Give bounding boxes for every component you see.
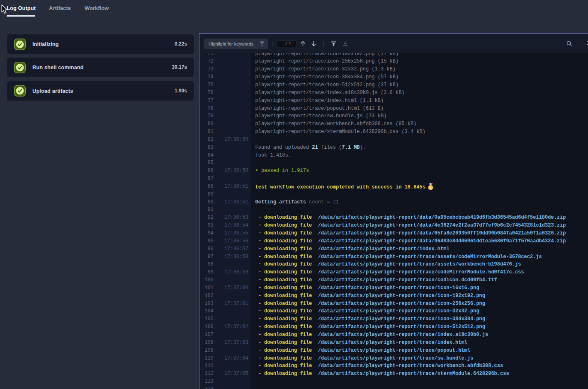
svg-text:1: 1 [430,186,432,190]
